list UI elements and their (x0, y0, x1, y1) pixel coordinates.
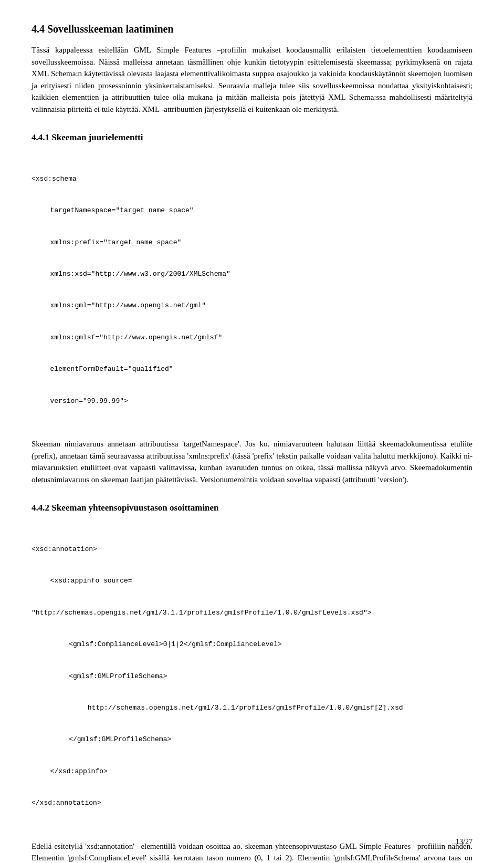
code-line-8: version="99.99.99"> (42, 396, 472, 407)
section-442-para: Edellä esitetyllä 'xsd:annotation' –elem… (32, 840, 472, 863)
code-442-line-3: "http://schemas.opengis.net/gml/3.1.1/pr… (32, 608, 472, 618)
code-442-line-9: </xsd:annotation> (32, 798, 472, 808)
page-content: 4.4 Sovellusskeeman laatiminen Tässä kap… (32, 21, 472, 863)
code-block-441: <xsd:schema targetNamespace="target_name… (32, 153, 472, 428)
intro-paragraph: Tässä kappaleessa esitellään GML Simple … (32, 44, 472, 115)
code-block-442: <xsd:annotation> <xsd:appinfo source= "h… (32, 523, 472, 830)
code-442-line-7: </gmlsf:GMLProfileSchema> (52, 734, 472, 745)
subsection-442-title: 4.4.2 Skeeman yhteensopivuustason osoitt… (32, 501, 472, 515)
code-442-line-4: <gmlsf:ComplianceLevel>0|1|2</gmlsf:Comp… (52, 639, 472, 650)
code-line-6: xmlns:gmlsf="http://www.opengis.net/gmls… (42, 332, 472, 343)
code-line-1: <xsd:schema (32, 174, 472, 184)
page-number: 13/27 (456, 838, 472, 846)
code-line-5: xmlns:gml="http://www.opengis.net/gml" (42, 300, 472, 311)
section-title: 4.4 Sovellusskeeman laatiminen (32, 21, 472, 37)
code-line-7: elementFormDefault="qualified" (42, 364, 472, 375)
code-line-3: xmlns:prefix="target_name_space" (42, 237, 472, 248)
code-442-line-1: <xsd:annotation> (32, 544, 472, 555)
section-441-para: Skeeman nimiavaruus annetaan attribuutis… (32, 438, 472, 485)
code-line-2: targetNamespace="target_name_space" (42, 205, 472, 216)
subsection-441-title: 4.4.1 Skeeman juurielementti (32, 131, 472, 144)
code-442-line-5: <gmlsf:GMLProfileSchema> (52, 671, 472, 682)
code-line-4: xmlns:xsd="http://www.w3.org/2001/XMLSch… (42, 269, 472, 279)
code-442-line-2: <xsd:appinfo source= (42, 576, 472, 586)
code-442-line-8: </xsd:appinfo> (42, 766, 472, 777)
page-footer: 13/27 (456, 836, 472, 847)
code-442-line-6: http://schemas.opengis.net/gml/3.1.1/pro… (63, 703, 472, 713)
